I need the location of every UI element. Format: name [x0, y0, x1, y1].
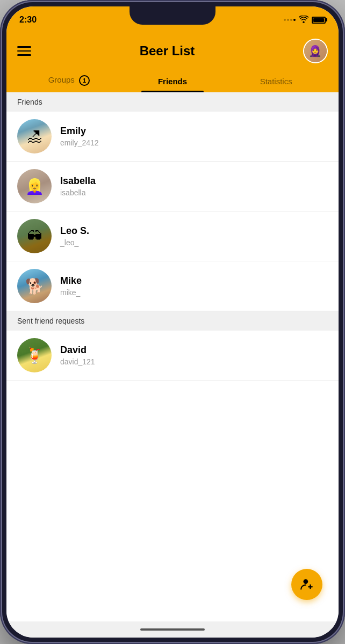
friend-name-leo: Leo S.: [60, 225, 328, 237]
friend-username-emily: emily_2412: [60, 138, 328, 147]
home-indicator-bar: [140, 628, 205, 631]
avatar-isabella-image: 👱‍♀️: [17, 169, 52, 203]
friend-username-david: david_121: [60, 357, 328, 366]
header-top: Beer List 🧕: [17, 39, 328, 70]
svg-point-0: [304, 579, 308, 584]
app-title: Beer List: [140, 43, 195, 58]
avatar-emily-image: 🏖: [17, 119, 52, 153]
avatar-mike-image: 🐕: [17, 269, 52, 303]
friend-info-leo: Leo S. _leo_: [60, 225, 328, 247]
friends-section-header: Friends: [6, 92, 339, 112]
friend-item-isabella[interactable]: 👱‍♀️ Isabella isabella: [6, 162, 339, 211]
menu-button[interactable]: [17, 46, 31, 56]
friend-item-david[interactable]: 🍹 David david_121: [6, 331, 339, 380]
tab-friends-label: Friends: [158, 77, 187, 86]
signal-icon: [284, 19, 296, 21]
add-person-icon: [300, 577, 314, 591]
friend-info-david: David david_121: [60, 345, 328, 366]
tab-friends[interactable]: Friends: [121, 71, 225, 92]
friend-username-mike: mike_: [60, 288, 328, 297]
avatar-mike: 🐕: [17, 269, 52, 303]
user-avatar[interactable]: 🧕: [303, 39, 328, 63]
home-indicator: [6, 621, 339, 638]
phone-frame: 2:30: [0, 0, 345, 644]
friend-info-emily: Emily emily_2412: [60, 126, 328, 147]
friend-item-mike[interactable]: 🐕 Mike mike_: [6, 261, 339, 311]
avatar-emily: 🏖: [17, 119, 52, 153]
groups-badge: 1: [79, 75, 90, 86]
friend-username-leo: _leo_: [60, 238, 328, 247]
content-area: Friends 🏖 Emily emily_2412 👱‍♀️ Isabella: [6, 92, 339, 621]
sent-requests-section-label: Sent friend requests: [17, 317, 84, 325]
status-bar: 2:30: [6, 6, 339, 33]
friend-name-mike: Mike: [60, 275, 328, 287]
screen: 2:30: [6, 6, 339, 638]
sent-requests-section-header: Sent friend requests: [6, 311, 339, 331]
wifi-icon: [299, 16, 308, 25]
friends-section-label: Friends: [17, 98, 42, 106]
friend-info-isabella: Isabella isabella: [60, 175, 328, 197]
friend-username-isabella: isabella: [60, 188, 328, 197]
avatar-leo: 🕶: [17, 219, 52, 253]
friend-name-isabella: Isabella: [60, 175, 328, 187]
avatar-david: 🍹: [17, 338, 52, 372]
tabs: Groups 1 Friends Statistics: [17, 70, 328, 92]
avatar-isabella: 👱‍♀️: [17, 169, 52, 203]
status-time: 2:30: [19, 15, 37, 25]
friend-info-mike: Mike mike_: [60, 275, 328, 297]
avatar-leo-image: 🕶: [17, 219, 52, 253]
header: Beer List 🧕 Groups 1 Friends Statistics: [6, 33, 339, 92]
battery-icon: [312, 17, 326, 24]
tab-statistics[interactable]: Statistics: [224, 71, 328, 92]
tab-statistics-label: Statistics: [260, 77, 292, 86]
tab-groups-label: Groups: [48, 75, 75, 84]
avatar-david-image: 🍹: [17, 338, 52, 372]
avatar-image: 🧕: [304, 40, 327, 62]
friend-item-leo[interactable]: 🕶 Leo S. _leo_: [6, 211, 339, 261]
notch: [130, 6, 215, 25]
friend-name-david: David: [60, 345, 328, 356]
add-friend-button[interactable]: [291, 569, 322, 600]
status-icons: [284, 16, 326, 25]
tab-groups[interactable]: Groups 1: [17, 70, 121, 92]
friend-name-emily: Emily: [60, 126, 328, 137]
friend-item-emily[interactable]: 🏖 Emily emily_2412: [6, 112, 339, 162]
